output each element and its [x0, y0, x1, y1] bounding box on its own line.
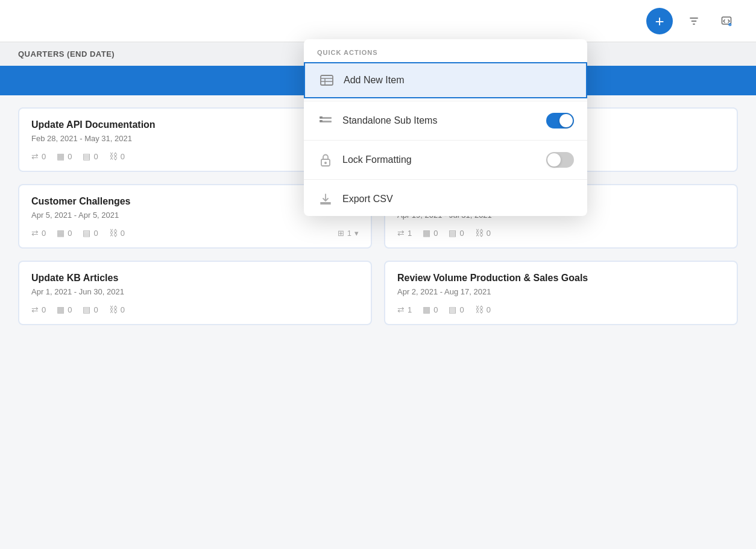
lock-formatting-toggle[interactable]	[546, 152, 574, 168]
stat-calendar: ▦ 0	[57, 151, 72, 161]
stat-comments: ▤ 0	[83, 305, 98, 314]
popup-item-lock-formatting[interactable]: Lock Formatting	[304, 143, 587, 177]
calendar-icon: ▦	[57, 228, 65, 238]
stat-calendar: ▦ 0	[423, 228, 438, 238]
stat-subitems: ⇄ 1	[397, 305, 412, 314]
standalone-sub-items-toggle[interactable]	[546, 113, 574, 129]
comments-icon: ▤	[83, 228, 90, 238]
export-csv-label: Export CSV	[342, 194, 574, 205]
svg-point-4	[728, 23, 731, 26]
quarter-label: QUARTERS (END DATE)	[18, 49, 115, 59]
filter-button[interactable]	[682, 10, 705, 33]
calendar-icon: ▦	[423, 228, 430, 238]
stat-links: ⛓ 0	[109, 228, 125, 238]
standalone-sub-items-label: Standalone Sub Items	[342, 115, 538, 126]
svg-rect-12	[320, 120, 323, 122]
svg-rect-3	[722, 17, 731, 24]
toggle-thumb	[547, 153, 561, 167]
export-icon	[317, 191, 334, 208]
embed-icon	[720, 15, 732, 27]
toggle-track	[546, 113, 574, 129]
popup-item-add-new-item[interactable]: Add New Item	[304, 62, 587, 98]
stat-calendar: ▦ 0	[57, 305, 72, 314]
divider	[304, 179, 587, 180]
add-plus-button[interactable]: +	[646, 8, 673, 34]
quick-actions-popup: QUICK ACTIONS Add New Item Standalone Su…	[304, 39, 587, 216]
embed-button[interactable]	[715, 10, 738, 33]
stat-subitems: ⇄ 0	[31, 151, 46, 161]
stat-comments: ▤ 0	[83, 151, 98, 161]
toolbar: +	[0, 0, 756, 42]
add-new-item-label: Add New Item	[344, 75, 573, 86]
link-icon: ⛓	[475, 228, 484, 238]
stat-subitems: ⇄ 0	[31, 305, 46, 314]
card-stats: ⇄ 1 ▦ 0 ▤ 0 ⛓ 0	[397, 305, 725, 314]
calendar-icon: ▦	[57, 305, 65, 314]
divider	[304, 101, 587, 101]
quick-actions-label: QUICK ACTIONS	[304, 39, 587, 62]
table-icon	[318, 72, 335, 89]
card-stats: ⇄ 0 ▦ 0 ▤ 0 ⛓ 0 ⊞ 1 ▾	[31, 228, 359, 238]
stat-comments: ▤ 0	[83, 228, 98, 238]
svg-rect-5	[321, 75, 333, 85]
popup-item-standalone-sub-items[interactable]: Standalone Sub Items	[304, 104, 587, 138]
subitems-icon: ⇄	[31, 228, 39, 238]
stat-links: ⛓ 0	[475, 228, 491, 238]
toggle-thumb	[559, 114, 573, 127]
subitems-icon: ⇄	[397, 228, 405, 238]
sub-items-badge[interactable]: ⊞ 1 ▾	[338, 229, 359, 238]
calendar-icon: ▦	[423, 305, 430, 314]
comments-icon: ▤	[83, 151, 90, 161]
filter-icon	[688, 15, 700, 27]
stat-links: ⛓ 0	[475, 305, 491, 314]
stat-calendar: ▦ 0	[57, 228, 72, 238]
card-update-kb-articles: Update KB Articles Apr 1, 2021 - Jun 30,…	[18, 261, 372, 325]
svg-point-14	[324, 162, 327, 164]
lock-icon	[317, 151, 334, 168]
lock-formatting-label: Lock Formatting	[342, 154, 538, 165]
link-icon: ⛓	[109, 151, 118, 161]
subitems-icon: ⇄	[31, 305, 39, 314]
popup-item-export-csv[interactable]: Export CSV	[304, 182, 587, 216]
stat-calendar: ▦ 0	[423, 305, 438, 314]
stat-comments: ▤ 0	[449, 305, 464, 314]
link-icon: ⛓	[109, 305, 118, 314]
stat-links: ⛓ 0	[109, 305, 125, 314]
list-icon	[317, 112, 334, 129]
svg-rect-11	[320, 116, 323, 118]
divider	[304, 140, 587, 141]
stat-subitems: ⇄ 0	[31, 228, 46, 238]
link-icon: ⛓	[109, 228, 118, 238]
stat-subitems: ⇄ 1	[397, 228, 412, 238]
comments-icon: ▤	[449, 305, 456, 314]
card-title: Review Volume Production & Sales Goals	[397, 273, 725, 284]
card-stats: ⇄ 1 ▦ 0 ▤ 0 ⛓ 0	[397, 228, 725, 238]
comments-icon: ▤	[449, 228, 456, 238]
chevron-down-icon: ▾	[354, 229, 359, 238]
subitems-icon: ⇄	[31, 151, 39, 161]
comments-icon: ▤	[83, 305, 90, 314]
toggle-track	[546, 152, 574, 168]
link-icon: ⛓	[475, 305, 484, 314]
card-date: Apr 2, 2021 - Aug 17, 2021	[397, 287, 725, 296]
card-review-volume: Review Volume Production & Sales Goals A…	[384, 261, 738, 325]
card-stats: ⇄ 0 ▦ 0 ▤ 0 ⛓ 0	[31, 305, 359, 314]
card-date: Apr 1, 2021 - Jun 30, 2021	[31, 287, 359, 296]
stat-links: ⛓ 0	[109, 151, 125, 161]
subitems-icon: ⇄	[397, 305, 405, 314]
sub-items-grid-icon: ⊞	[338, 229, 344, 238]
calendar-icon: ▦	[57, 151, 65, 161]
stat-comments: ▤ 0	[449, 228, 464, 238]
card-title: Update KB Articles	[31, 273, 359, 284]
